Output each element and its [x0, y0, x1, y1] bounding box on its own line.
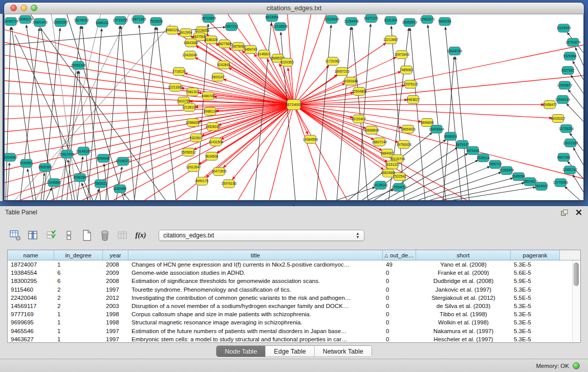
graph-node[interactable]: 9466746 — [202, 92, 215, 100]
graph-edge[interactable] — [294, 100, 407, 104]
graph-node[interactable]: 16026317 — [551, 114, 566, 122]
tab-edge-table[interactable]: Edge Table — [266, 346, 314, 357]
graph-node[interactable]: 8813054 — [266, 14, 279, 21]
graph-node[interactable]: 12504804 — [352, 87, 367, 96]
graph-node[interactable]: 9474444 — [466, 146, 480, 155]
graph-edge[interactable] — [5, 105, 294, 119]
graph-edge[interactable] — [571, 75, 583, 94]
graph-node[interactable]: 10471505 — [211, 167, 227, 176]
graph-node[interactable]: 8990175 — [195, 177, 209, 185]
graph-edge[interactable] — [352, 27, 368, 200]
column-header-title[interactable]: title — [128, 250, 383, 260]
graph-node[interactable]: 18724007 — [285, 100, 302, 110]
graph-node[interactable]: 15958477 — [542, 101, 557, 109]
graph-node[interactable]: 9150551 — [20, 159, 33, 167]
graph-node[interactable]: 10973493 — [394, 51, 409, 59]
graph-edge[interactable] — [5, 105, 294, 145]
graph-node[interactable]: 9242845 — [217, 61, 230, 69]
graph-edge[interactable] — [294, 105, 583, 179]
graph-node[interactable]: 22420046 — [183, 51, 198, 59]
graph-node[interactable]: 15146181 — [76, 147, 92, 155]
graph-edge[interactable] — [368, 189, 394, 200]
graph-node[interactable]: 17534263 — [391, 183, 407, 191]
graph-node[interactable]: 7583521 — [94, 180, 107, 188]
graph-node[interactable]: 16151327 — [385, 161, 400, 169]
graph-node[interactable]: 12612647 — [186, 163, 202, 171]
graph-node[interactable]: 16648784 — [447, 47, 463, 55]
table-scrollbar-thumb[interactable] — [574, 262, 579, 286]
delete-table-icon[interactable] — [99, 229, 111, 242]
table-row[interactable]: 1456911722003Disruption of a novel membe… — [8, 302, 580, 310]
table-scrollbar[interactable] — [572, 260, 580, 342]
graph-node[interactable]: 11254408 — [344, 17, 359, 26]
zoom-window-button[interactable] — [31, 5, 37, 11]
graph-node[interactable]: 12125439 — [324, 15, 339, 24]
graph-edge[interactable] — [575, 48, 583, 65]
new-table-icon[interactable] — [81, 229, 93, 242]
graph-node[interactable]: 9046390 — [73, 173, 86, 182]
graph-node[interactable]: 7522542 — [393, 172, 406, 181]
graph-node[interactable]: 9329968 — [563, 52, 577, 60]
graph-edge[interactable] — [294, 72, 401, 105]
column-header-short[interactable]: short — [416, 250, 511, 260]
graph-edge[interactable] — [96, 189, 99, 200]
graph-node[interactable]: 10725254 — [559, 124, 574, 133]
graph-edge[interactable] — [410, 28, 425, 200]
graph-node[interactable]: 10391646 — [343, 77, 358, 85]
graph-edge[interactable] — [294, 105, 552, 118]
graph-node[interactable]: 8454749 — [244, 46, 257, 54]
table-row[interactable]: 1872400712008Changes of HCN gene express… — [8, 260, 580, 269]
graph-node[interactable]: 11731062 — [325, 57, 340, 65]
network-canvas[interactable]: 1872400789601288912954122260589827508165… — [5, 14, 583, 200]
graph-edge[interactable] — [294, 14, 326, 105]
graph-edge[interactable] — [31, 14, 166, 200]
graph-node[interactable]: 8988124 — [204, 107, 217, 116]
graph-edge[interactable] — [430, 178, 513, 200]
graph-node[interactable]: 12218506 — [273, 23, 288, 31]
graph-node[interactable]: 2718120 — [172, 68, 186, 76]
column-header-pagerank[interactable]: pagerank — [511, 250, 560, 260]
table-row[interactable]: 1830029562008Estimation of significance … — [8, 277, 580, 285]
graph-edge[interactable] — [568, 90, 583, 108]
graph-node[interactable]: 16959503 — [402, 18, 418, 27]
graph-edge[interactable] — [418, 172, 501, 200]
graph-node[interactable]: 12444139 — [555, 96, 571, 104]
graph-node[interactable]: 9227342 — [561, 67, 575, 75]
graph-node[interactable]: 11431505 — [208, 138, 223, 146]
graph-node[interactable]: 9827568 — [218, 40, 231, 48]
graph-edge[interactable] — [294, 76, 583, 105]
graph-node[interactable]: 19059274 — [18, 15, 33, 24]
graph-node[interactable]: 14055714 — [5, 17, 18, 26]
column-header-name[interactable]: name — [8, 250, 54, 260]
graph-node[interactable]: 9322607 — [190, 134, 203, 142]
graph-node[interactable]: 7515526 — [149, 17, 163, 26]
graph-node[interactable]: 6466161 — [96, 19, 109, 27]
column-header-year[interactable]: year — [103, 250, 128, 260]
window-titlebar[interactable]: citations_edges.txt — [4, 3, 584, 14]
graph-edge[interactable] — [116, 167, 122, 200]
graph-node[interactable]: 19372101 — [364, 14, 379, 23]
table-row[interactable]: 946362711997Embryonic stem cells: a mode… — [8, 335, 580, 343]
graph-node[interactable]: 18807249 — [372, 138, 387, 146]
graph-node[interactable]: 10719155 — [113, 16, 128, 25]
graph-node[interactable]: 12450742 — [562, 166, 578, 174]
graph-node[interactable]: 12138110 — [182, 103, 197, 112]
graph-edge[interactable] — [294, 105, 347, 200]
close-window-button[interactable] — [10, 5, 17, 11]
graph-node[interactable]: 8180488 — [113, 185, 126, 193]
network-graph[interactable]: 1872400789601288912954122260589827508165… — [5, 14, 583, 200]
graph-node[interactable]: 10196372 — [116, 157, 131, 165]
graph-node[interactable]: 8131304 — [384, 16, 398, 25]
graph-edge[interactable] — [455, 57, 469, 200]
graph-node[interactable]: 12975115 — [403, 80, 418, 89]
graph-node[interactable]: 8505360 — [38, 163, 52, 171]
graph-edge[interactable] — [269, 105, 294, 200]
float-panel-icon[interactable] — [560, 209, 569, 216]
graph-edge[interactable] — [232, 105, 294, 180]
table-row[interactable]: 969969511998Structural magnetic resonanc… — [8, 318, 580, 326]
graph-node[interactable]: 12204060 — [5, 153, 17, 161]
tab-node-table[interactable]: Node Table — [216, 346, 266, 357]
graph-node[interactable]: 11445867 — [47, 179, 61, 187]
select-all-icon[interactable] — [45, 229, 57, 242]
graph-node[interactable]: 14136141 — [373, 181, 388, 189]
